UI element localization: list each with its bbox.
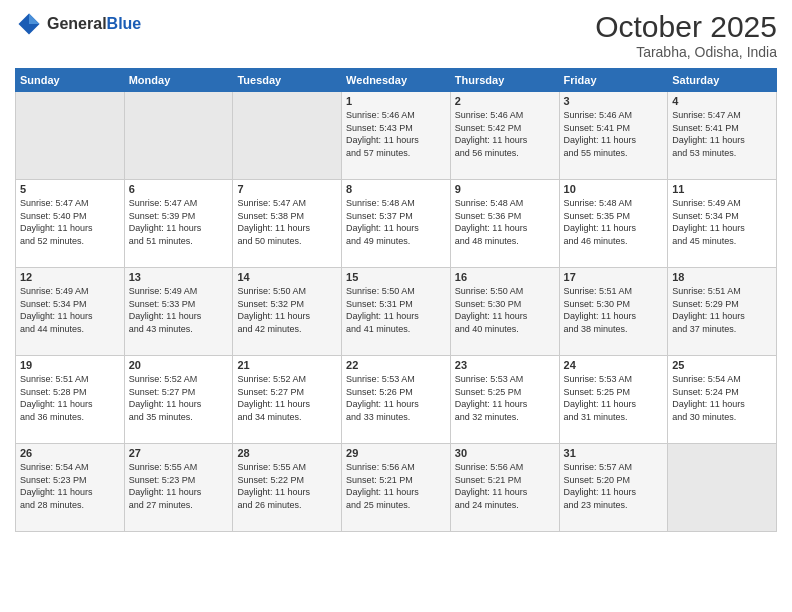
day-number: 21 <box>237 359 337 371</box>
calendar-cell <box>16 92 125 180</box>
day-info: Sunrise: 5:53 AM Sunset: 5:25 PM Dayligh… <box>564 373 664 423</box>
logo-blue: Blue <box>107 15 142 32</box>
day-number: 11 <box>672 183 772 195</box>
day-number: 15 <box>346 271 446 283</box>
calendar-cell: 19Sunrise: 5:51 AM Sunset: 5:28 PM Dayli… <box>16 356 125 444</box>
day-info: Sunrise: 5:46 AM Sunset: 5:43 PM Dayligh… <box>346 109 446 159</box>
day-number: 27 <box>129 447 229 459</box>
calendar-cell: 20Sunrise: 5:52 AM Sunset: 5:27 PM Dayli… <box>124 356 233 444</box>
day-number: 13 <box>129 271 229 283</box>
calendar-cell: 9Sunrise: 5:48 AM Sunset: 5:36 PM Daylig… <box>450 180 559 268</box>
day-number: 24 <box>564 359 664 371</box>
logo-icon <box>15 10 43 38</box>
day-number: 30 <box>455 447 555 459</box>
day-number: 6 <box>129 183 229 195</box>
calendar-cell: 12Sunrise: 5:49 AM Sunset: 5:34 PM Dayli… <box>16 268 125 356</box>
calendar-cell: 28Sunrise: 5:55 AM Sunset: 5:22 PM Dayli… <box>233 444 342 532</box>
day-info: Sunrise: 5:51 AM Sunset: 5:30 PM Dayligh… <box>564 285 664 335</box>
day-info: Sunrise: 5:49 AM Sunset: 5:33 PM Dayligh… <box>129 285 229 335</box>
day-number: 8 <box>346 183 446 195</box>
day-number: 29 <box>346 447 446 459</box>
week-row-3: 19Sunrise: 5:51 AM Sunset: 5:28 PM Dayli… <box>16 356 777 444</box>
calendar-page: GeneralBlue October 2025 Tarabha, Odisha… <box>0 0 792 612</box>
calendar-cell <box>124 92 233 180</box>
day-number: 19 <box>20 359 120 371</box>
header: GeneralBlue October 2025 Tarabha, Odisha… <box>15 10 777 60</box>
day-number: 7 <box>237 183 337 195</box>
day-info: Sunrise: 5:53 AM Sunset: 5:25 PM Dayligh… <box>455 373 555 423</box>
day-info: Sunrise: 5:53 AM Sunset: 5:26 PM Dayligh… <box>346 373 446 423</box>
col-header-wednesday: Wednesday <box>342 69 451 92</box>
day-number: 10 <box>564 183 664 195</box>
day-number: 2 <box>455 95 555 107</box>
calendar-cell: 21Sunrise: 5:52 AM Sunset: 5:27 PM Dayli… <box>233 356 342 444</box>
day-info: Sunrise: 5:51 AM Sunset: 5:29 PM Dayligh… <box>672 285 772 335</box>
calendar-cell: 30Sunrise: 5:56 AM Sunset: 5:21 PM Dayli… <box>450 444 559 532</box>
calendar-cell: 27Sunrise: 5:55 AM Sunset: 5:23 PM Dayli… <box>124 444 233 532</box>
day-info: Sunrise: 5:56 AM Sunset: 5:21 PM Dayligh… <box>346 461 446 511</box>
day-number: 3 <box>564 95 664 107</box>
day-number: 14 <box>237 271 337 283</box>
day-info: Sunrise: 5:57 AM Sunset: 5:20 PM Dayligh… <box>564 461 664 511</box>
day-info: Sunrise: 5:55 AM Sunset: 5:22 PM Dayligh… <box>237 461 337 511</box>
col-header-thursday: Thursday <box>450 69 559 92</box>
calendar-cell: 23Sunrise: 5:53 AM Sunset: 5:25 PM Dayli… <box>450 356 559 444</box>
day-info: Sunrise: 5:48 AM Sunset: 5:37 PM Dayligh… <box>346 197 446 247</box>
day-number: 28 <box>237 447 337 459</box>
day-info: Sunrise: 5:47 AM Sunset: 5:40 PM Dayligh… <box>20 197 120 247</box>
day-info: Sunrise: 5:46 AM Sunset: 5:41 PM Dayligh… <box>564 109 664 159</box>
day-number: 4 <box>672 95 772 107</box>
day-info: Sunrise: 5:46 AM Sunset: 5:42 PM Dayligh… <box>455 109 555 159</box>
title-block: October 2025 Tarabha, Odisha, India <box>595 10 777 60</box>
calendar-cell: 15Sunrise: 5:50 AM Sunset: 5:31 PM Dayli… <box>342 268 451 356</box>
logo-text: GeneralBlue <box>47 15 141 33</box>
calendar-cell: 4Sunrise: 5:47 AM Sunset: 5:41 PM Daylig… <box>668 92 777 180</box>
day-number: 25 <box>672 359 772 371</box>
col-header-friday: Friday <box>559 69 668 92</box>
day-info: Sunrise: 5:55 AM Sunset: 5:23 PM Dayligh… <box>129 461 229 511</box>
day-number: 22 <box>346 359 446 371</box>
calendar-cell: 17Sunrise: 5:51 AM Sunset: 5:30 PM Dayli… <box>559 268 668 356</box>
month-title: October 2025 <box>595 10 777 44</box>
day-info: Sunrise: 5:47 AM Sunset: 5:39 PM Dayligh… <box>129 197 229 247</box>
day-info: Sunrise: 5:52 AM Sunset: 5:27 PM Dayligh… <box>237 373 337 423</box>
day-info: Sunrise: 5:56 AM Sunset: 5:21 PM Dayligh… <box>455 461 555 511</box>
day-info: Sunrise: 5:54 AM Sunset: 5:24 PM Dayligh… <box>672 373 772 423</box>
day-number: 17 <box>564 271 664 283</box>
calendar-cell: 8Sunrise: 5:48 AM Sunset: 5:37 PM Daylig… <box>342 180 451 268</box>
calendar-cell: 18Sunrise: 5:51 AM Sunset: 5:29 PM Dayli… <box>668 268 777 356</box>
calendar-cell: 6Sunrise: 5:47 AM Sunset: 5:39 PM Daylig… <box>124 180 233 268</box>
day-info: Sunrise: 5:48 AM Sunset: 5:36 PM Dayligh… <box>455 197 555 247</box>
day-number: 20 <box>129 359 229 371</box>
calendar-cell: 10Sunrise: 5:48 AM Sunset: 5:35 PM Dayli… <box>559 180 668 268</box>
week-row-4: 26Sunrise: 5:54 AM Sunset: 5:23 PM Dayli… <box>16 444 777 532</box>
calendar-cell: 2Sunrise: 5:46 AM Sunset: 5:42 PM Daylig… <box>450 92 559 180</box>
calendar-cell: 31Sunrise: 5:57 AM Sunset: 5:20 PM Dayli… <box>559 444 668 532</box>
col-header-tuesday: Tuesday <box>233 69 342 92</box>
calendar-cell: 25Sunrise: 5:54 AM Sunset: 5:24 PM Dayli… <box>668 356 777 444</box>
calendar-table: SundayMondayTuesdayWednesdayThursdayFrid… <box>15 68 777 532</box>
day-number: 31 <box>564 447 664 459</box>
calendar-cell: 22Sunrise: 5:53 AM Sunset: 5:26 PM Dayli… <box>342 356 451 444</box>
day-info: Sunrise: 5:47 AM Sunset: 5:41 PM Dayligh… <box>672 109 772 159</box>
day-info: Sunrise: 5:48 AM Sunset: 5:35 PM Dayligh… <box>564 197 664 247</box>
week-row-1: 5Sunrise: 5:47 AM Sunset: 5:40 PM Daylig… <box>16 180 777 268</box>
logo: GeneralBlue <box>15 10 141 38</box>
location-subtitle: Tarabha, Odisha, India <box>595 44 777 60</box>
calendar-cell: 1Sunrise: 5:46 AM Sunset: 5:43 PM Daylig… <box>342 92 451 180</box>
calendar-cell <box>668 444 777 532</box>
day-info: Sunrise: 5:50 AM Sunset: 5:31 PM Dayligh… <box>346 285 446 335</box>
calendar-cell: 11Sunrise: 5:49 AM Sunset: 5:34 PM Dayli… <box>668 180 777 268</box>
week-row-0: 1Sunrise: 5:46 AM Sunset: 5:43 PM Daylig… <box>16 92 777 180</box>
calendar-cell: 3Sunrise: 5:46 AM Sunset: 5:41 PM Daylig… <box>559 92 668 180</box>
day-info: Sunrise: 5:54 AM Sunset: 5:23 PM Dayligh… <box>20 461 120 511</box>
day-info: Sunrise: 5:50 AM Sunset: 5:30 PM Dayligh… <box>455 285 555 335</box>
col-header-monday: Monday <box>124 69 233 92</box>
day-number: 1 <box>346 95 446 107</box>
calendar-cell: 13Sunrise: 5:49 AM Sunset: 5:33 PM Dayli… <box>124 268 233 356</box>
calendar-cell <box>233 92 342 180</box>
calendar-cell: 5Sunrise: 5:47 AM Sunset: 5:40 PM Daylig… <box>16 180 125 268</box>
day-number: 26 <box>20 447 120 459</box>
calendar-cell: 7Sunrise: 5:47 AM Sunset: 5:38 PM Daylig… <box>233 180 342 268</box>
day-number: 5 <box>20 183 120 195</box>
